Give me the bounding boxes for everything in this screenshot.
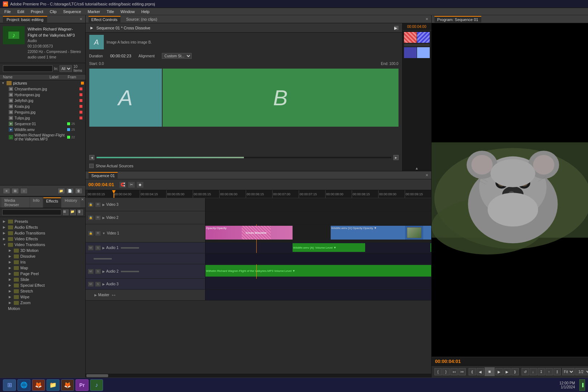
menu-help[interactable]: Help xyxy=(138,9,152,15)
tl-btn-snap[interactable]: 🧲 xyxy=(119,181,126,188)
track-expand[interactable]: ▶ xyxy=(102,270,105,273)
track-expand[interactable]: ▼ xyxy=(102,232,106,235)
tree-motion[interactable]: Motion xyxy=(0,306,85,311)
list-view-btn[interactable]: ≡ xyxy=(3,188,10,194)
page-indicator[interactable]: 1/2 xyxy=(575,368,588,375)
file-sequence01[interactable]: ▶ Sequence 01 25 xyxy=(0,121,85,127)
ctrl-btn-step-fwd5[interactable]: ⟫ xyxy=(511,368,519,375)
track-content-audio2[interactable]: Wilhelm Richard Wagner-Flight of the Val… xyxy=(205,264,431,279)
sequence-tab[interactable]: Sequence 01 xyxy=(89,172,118,179)
ec-show-sources-checkbox[interactable] xyxy=(89,164,94,168)
ctrl-btn-play[interactable]: ▶ xyxy=(495,368,503,375)
fit-select[interactable]: Fit xyxy=(562,368,575,375)
track-solo-btn3[interactable]: S xyxy=(95,282,101,287)
project-search-input[interactable] xyxy=(3,65,53,72)
taskbar-firefox2-btn[interactable]: 🦊 xyxy=(61,379,74,391)
ctrl-btn-set-out[interactable]: } xyxy=(442,368,450,375)
track-volume-slider2[interactable] xyxy=(121,271,139,272)
ec-expand-btn[interactable]: ▶ xyxy=(394,26,399,30)
clip-cross-dissolve[interactable]: Cross Dissolve xyxy=(242,226,271,240)
ctrl-btn-overwrite[interactable]: ↧ xyxy=(538,368,545,375)
project-tab[interactable]: Project: basic editing xyxy=(3,16,47,23)
menu-window[interactable]: Window xyxy=(118,9,138,15)
track-expand[interactable]: ▶ xyxy=(102,246,105,250)
ctrl-btn-extract[interactable]: ↥ xyxy=(554,368,561,375)
menu-title[interactable]: Title xyxy=(104,9,117,15)
track-solo-btn[interactable]: S xyxy=(95,245,101,250)
ec-slider-left-btn[interactable]: ◀ xyxy=(89,155,94,160)
new-item-btn[interactable]: 📄 xyxy=(66,188,74,194)
ctrl-btn-set-in[interactable]: { xyxy=(434,368,442,375)
clip-audio2-wagner[interactable]: Wilhelm Richard Wagner-Flight of the Val… xyxy=(205,265,431,277)
effects-delete-btn[interactable]: 🗑 xyxy=(77,209,83,215)
menu-edit[interactable]: Edit xyxy=(15,9,27,15)
track-content-video3[interactable] xyxy=(205,198,431,211)
menu-marker[interactable]: Marker xyxy=(85,9,103,15)
file-tulips[interactable]: 🖼 Tulips.jpg xyxy=(0,115,85,121)
effects-search-input[interactable] xyxy=(2,209,61,215)
master-expand[interactable]: ▶ xyxy=(94,293,97,297)
taskbar-premiere-btn[interactable]: Pr xyxy=(75,379,89,391)
timeline-scrollbar[interactable] xyxy=(86,373,431,377)
track-mute-btn3[interactable]: M xyxy=(88,282,94,287)
taskbar-firefox-btn[interactable]: 🦊 xyxy=(32,379,45,391)
ec-progress-slider[interactable] xyxy=(97,157,391,158)
effects-search-button[interactable]: ⊞ xyxy=(63,209,69,215)
project-panel-close[interactable]: ✕ xyxy=(79,17,82,21)
ctrl-btn-lift[interactable]: ↑ xyxy=(546,368,553,375)
tree-page-peel[interactable]: ▶ Page Peel xyxy=(0,271,85,277)
track-solo-btn2[interactable]: S xyxy=(95,269,101,274)
effects-new-bin-btn[interactable]: 📁 xyxy=(70,209,76,215)
program-tab[interactable]: Program: Sequence 01 xyxy=(434,16,481,23)
tree-iris[interactable]: ▶ Iris xyxy=(0,259,85,265)
in-select[interactable]: All xyxy=(60,65,72,72)
tree-3d-motion[interactable]: ▶ 3D Motion xyxy=(0,248,85,253)
ctrl-btn-step-back[interactable]: ◀ xyxy=(477,368,484,375)
taskbar-start-btn[interactable]: ⊞ xyxy=(3,379,16,391)
track-mute-btn[interactable]: M xyxy=(88,245,94,250)
track-expand[interactable]: ▶ xyxy=(102,203,105,207)
tree-audio-transitions[interactable]: ▶ Audio Transitions xyxy=(0,230,85,236)
tree-map[interactable]: ▶ Map xyxy=(0,265,85,271)
tree-video-effects[interactable]: ▶ Video Effects xyxy=(0,236,85,242)
tab-history[interactable]: History xyxy=(62,197,80,208)
delete-btn[interactable]: 🗑 xyxy=(75,188,82,194)
track-content-audio1[interactable]: Wildlife.wmv [A]: Volume:Level ▼ Wildlif… xyxy=(205,242,431,253)
tab-info[interactable]: Info xyxy=(30,197,42,208)
track-content-video1[interactable]: Opacity:Opacity Cross Dissolve Wildlife.… xyxy=(205,224,431,242)
tree-slide[interactable]: ▶ Slide xyxy=(0,277,85,282)
track-expand[interactable]: ▶ xyxy=(102,216,105,220)
ec-panel-close[interactable]: ✕ xyxy=(425,17,428,21)
icon-view-btn[interactable]: ⊞ xyxy=(12,188,19,194)
tree-video-transitions[interactable]: ▼ Video Transitions xyxy=(0,242,85,248)
timeline-scroll-thumb[interactable] xyxy=(86,374,108,377)
ec-slider-right-btn[interactable]: ▶ xyxy=(393,155,399,160)
track-volume-slider[interactable] xyxy=(121,247,139,249)
track-mute-btn2[interactable]: M xyxy=(88,269,94,274)
taskbar-show-desktop[interactable]: ▐ xyxy=(579,379,585,391)
tl-btn-marker[interactable]: ◆ xyxy=(136,181,144,188)
tl-btn-razor[interactable]: ✂ xyxy=(128,181,135,188)
ctrl-btn-insert[interactable]: ↓ xyxy=(530,368,537,375)
menu-project[interactable]: Project xyxy=(28,9,46,15)
track-volume-slider-sub[interactable] xyxy=(94,258,112,260)
file-wagner[interactable]: ♪ Wilhelm Richard Wagner-Flight of the V… xyxy=(0,132,85,142)
taskbar-ie-btn[interactable]: 🌐 xyxy=(17,379,30,391)
tree-dissolve[interactable]: ▶ Dissolve xyxy=(0,253,85,259)
taskbar-music-btn[interactable]: ♪ xyxy=(90,379,103,391)
ec-play-button[interactable]: ▶ xyxy=(89,25,94,30)
menu-clip[interactable]: Clip xyxy=(47,9,60,15)
menu-file[interactable]: File xyxy=(1,9,14,15)
new-bin-btn[interactable]: 📁 xyxy=(58,188,65,194)
ctrl-btn-step-back5[interactable]: ⟪ xyxy=(469,368,476,375)
tree-stretch[interactable]: ▶ Stretch xyxy=(0,288,85,294)
ec-alignment-select[interactable]: Custom St... xyxy=(162,53,192,59)
tree-special-effect[interactable]: ▶ Special Effect xyxy=(0,282,85,288)
ec-tab-source[interactable]: Source: (no clips) xyxy=(123,16,160,22)
ctrl-btn-loop[interactable]: ↺ xyxy=(522,368,529,375)
taskbar-explorer-btn[interactable]: 📁 xyxy=(46,379,60,391)
track-toggle-btn[interactable]: 🔒 xyxy=(88,231,94,236)
track-toggle-btn[interactable]: 🔒 xyxy=(88,202,94,207)
clip-audio1-wildlife1[interactable]: Wildlife.wmv [A]: Volume:Level ▼ xyxy=(293,243,365,252)
tree-zoom[interactable]: ▶ Zoom xyxy=(0,300,85,306)
